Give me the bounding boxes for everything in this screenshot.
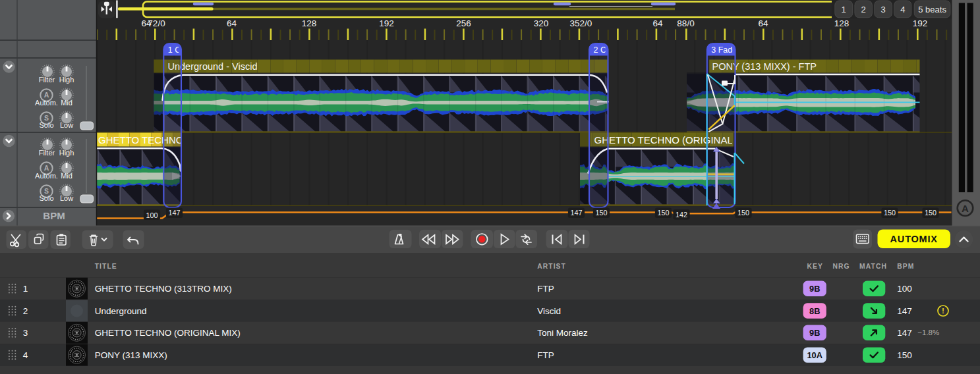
- svg-text:A: A: [44, 91, 49, 99]
- svg-text:5 beats: 5 beats: [918, 5, 946, 14]
- svg-text:150: 150: [737, 209, 749, 217]
- svg-text:352/0: 352/0: [570, 18, 592, 28]
- svg-text:100: 100: [146, 211, 158, 219]
- svg-text:GHETTO TECHNO (313TRO MIX): GHETTO TECHNO (313TRO MIX): [95, 284, 232, 294]
- svg-text:3: 3: [880, 5, 885, 14]
- svg-text:FTP: FTP: [537, 284, 554, 294]
- svg-text:AUTOMIX: AUTOMIX: [890, 234, 938, 244]
- svg-text:BPM: BPM: [897, 263, 914, 270]
- svg-text:142: 142: [676, 211, 687, 219]
- svg-text:100: 100: [897, 284, 912, 294]
- svg-text:Filter: Filter: [39, 76, 55, 84]
- svg-text:192: 192: [913, 18, 928, 28]
- svg-text:High: High: [59, 149, 74, 157]
- svg-text:Solo: Solo: [39, 194, 53, 202]
- svg-text:64: 64: [652, 18, 663, 28]
- svg-text:PONY (313 MIXX): PONY (313 MIXX): [95, 350, 167, 360]
- svg-text:1: 1: [842, 5, 846, 14]
- svg-text:Low: Low: [60, 194, 73, 202]
- svg-text:4: 4: [900, 5, 905, 14]
- svg-text:High: High: [59, 76, 74, 84]
- svg-text:FTP: FTP: [537, 350, 554, 360]
- svg-text:128: 128: [834, 18, 850, 28]
- svg-text:192: 192: [379, 18, 394, 28]
- svg-text:MATCH: MATCH: [859, 263, 887, 270]
- svg-text:KEY: KEY: [807, 263, 822, 270]
- svg-text:128: 128: [302, 18, 317, 28]
- svg-text:Toni Moralez: Toni Moralez: [537, 328, 588, 338]
- svg-text:BPM: BPM: [43, 210, 65, 221]
- svg-text:150: 150: [884, 209, 896, 217]
- svg-text:9B: 9B: [809, 284, 820, 294]
- svg-text:320: 320: [534, 18, 549, 28]
- svg-text:GHETTO TECHNO (ORIGINAL MIX): GHETTO TECHNO (ORIGINAL MIX): [95, 328, 241, 338]
- svg-text:Solo: Solo: [39, 121, 53, 129]
- svg-text:88/0: 88/0: [677, 18, 694, 28]
- svg-text:150: 150: [897, 350, 912, 360]
- svg-text:150: 150: [925, 209, 937, 217]
- svg-text:147: 147: [897, 306, 912, 316]
- svg-text:147: 147: [897, 328, 912, 338]
- svg-text:9B: 9B: [809, 328, 820, 338]
- svg-text:1: 1: [23, 284, 28, 294]
- svg-text:150: 150: [595, 209, 607, 217]
- svg-text:150: 150: [657, 209, 669, 217]
- svg-text:64: 64: [227, 18, 237, 28]
- svg-text:Mid: Mid: [61, 99, 72, 107]
- svg-text:NRG: NRG: [833, 263, 850, 270]
- svg-text:8B: 8B: [809, 306, 820, 316]
- svg-text:Mid: Mid: [61, 172, 72, 180]
- svg-text:ARTIST: ARTIST: [537, 263, 566, 270]
- svg-text:10A: 10A: [807, 350, 822, 360]
- svg-text:!: !: [942, 307, 944, 315]
- svg-text:3: 3: [23, 328, 28, 338]
- svg-text:Autom.: Autom.: [35, 99, 58, 107]
- svg-text:4: 4: [23, 350, 28, 360]
- svg-text:−1.8%: −1.8%: [917, 329, 939, 336]
- svg-text:256: 256: [456, 18, 471, 28]
- svg-text:Filter: Filter: [39, 149, 55, 157]
- svg-text:Low: Low: [60, 121, 73, 129]
- svg-text:Autom.: Autom.: [35, 172, 58, 180]
- svg-text:Underground: Underground: [95, 306, 147, 316]
- svg-text:A: A: [962, 203, 969, 214]
- svg-text:147: 147: [570, 209, 582, 217]
- svg-text:147: 147: [168, 209, 180, 217]
- svg-text:A: A: [44, 164, 49, 172]
- svg-text:2: 2: [23, 306, 28, 316]
- svg-text:64: 64: [758, 18, 768, 28]
- svg-text:Viscid: Viscid: [537, 306, 561, 316]
- svg-text:TITLE: TITLE: [95, 263, 117, 270]
- svg-text:64: 64: [141, 18, 152, 28]
- svg-text:2: 2: [861, 5, 865, 14]
